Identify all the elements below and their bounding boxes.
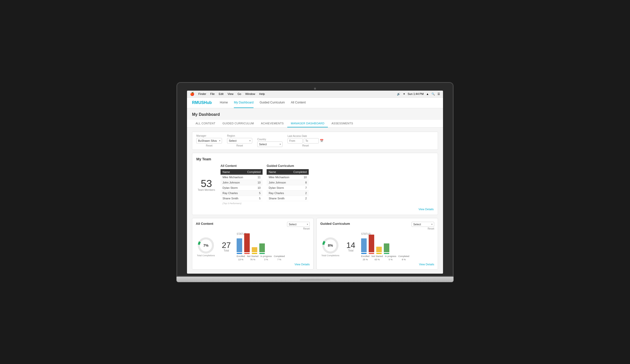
nav-guided-curriculum[interactable]: Guided Curriculum [260,98,285,108]
nav-my-dashboard[interactable]: My Dashboard [234,98,254,108]
all-content-chart-body: 7% Total Completions 27 Total [196,233,310,261]
gc-bar-label-enrolled: Enrolled 25 % [361,255,369,261]
date-reset[interactable]: Reset [288,144,324,147]
team-content: 53 Team Members All Content [196,164,434,206]
menu-window[interactable]: Window [245,92,255,95]
logo-hub: Hub [204,100,212,105]
menu-go[interactable]: Go [238,92,241,95]
table-row: Ray Charles 2 [267,190,309,196]
manager-filter-group: Manager BuShawn Silva Reset [196,134,222,147]
all-content-bar-chart: STATUS: [237,233,310,261]
wifi-icon: ▲ [426,92,429,95]
from-date-input[interactable] [288,138,303,143]
manager-select[interactable]: BuShawn Silva [196,138,222,143]
country-filter-label: Country [257,138,282,141]
menubar-left: 🍎 Finder File Edit View Go Window Help [190,92,393,96]
table-row: Dylan Storm 7 [267,185,309,190]
country-select-wrapper: Select [257,141,282,147]
guided-curriculum-donut: 8% [322,237,339,254]
cell-name: Mike Michaelson [220,175,245,180]
guided-curriculum-view-details[interactable]: View Details [320,263,434,266]
tab-assessments[interactable]: ASSESSMENTS [328,120,357,127]
cell-completed: 11 [245,175,263,180]
logo-rmus: RMUS [192,100,204,105]
all-content-view-details[interactable]: View Details [196,263,310,266]
bar-enrolled-indicator [237,253,242,254]
all-content-completed-header: Completed [245,169,263,175]
apple-icon[interactable]: 🍎 [190,92,194,96]
all-content-table-section: All Content Name Completed [220,164,263,206]
gc-bar-completed [384,243,389,254]
last-access-label: Last Access Date [288,135,324,137]
webcam [314,88,316,90]
bar-label-completed: Completed 7 % [274,255,285,261]
tab-achievements[interactable]: ACHIEVEMENTS [258,120,287,127]
cell-completed: 7 [291,185,309,190]
my-team-title: My Team [196,157,434,161]
cell-name: John Johnson [220,180,245,185]
manager-reset[interactable]: Reset [196,144,222,147]
menu-view[interactable]: View [228,92,234,95]
table-row: Dylan Storm 10 [220,185,263,190]
region-filter-group: Region Select Reset [227,134,252,147]
nav-home[interactable]: Home [220,98,228,108]
cell-completed: 2 [291,190,309,196]
manager-filter-label: Manager [196,134,222,137]
tab-all-content[interactable]: ALL CONTENT [192,120,219,127]
cell-name: Mike Michaelson [267,175,291,180]
bar-not-started-indicator [244,253,250,254]
guided-curriculum-total-number: 14 [346,241,355,249]
gc-bar-enrolled-fill [361,238,367,252]
guided-curriculum-chart-select[interactable]: Select [412,222,434,227]
all-content-chart-title: All Content [196,222,213,226]
cell-name: Ray Charles [267,190,291,196]
cell-name: Dylan Storm [220,185,245,190]
laptop-base [176,277,454,282]
all-content-chart-card: All Content Select Reset [192,218,313,270]
bluetooth-icon: ✦ [403,92,405,96]
finder-label: Finder [198,92,206,95]
all-content-table: Name Completed Mike Michaelson 11 [220,169,263,201]
menu-edit[interactable]: Edit [219,92,224,95]
guided-curriculum-chart-reset[interactable]: Reset [428,227,434,230]
volume-icon: 🔊 [397,92,400,96]
gc-name-header: Name [267,169,291,175]
team-view-details[interactable]: View Details [196,208,434,211]
screen-bezel: 🍎 Finder File Edit View Go Window Help 🔊… [176,82,454,277]
all-content-donut-sub: Total Completions [197,254,215,257]
tab-guided-curriculum[interactable]: GUIDED CURRICULUM [219,120,258,127]
nav-all-content[interactable]: All Content [291,98,306,108]
top-performers-note: (Top 5 Performers) [220,201,263,206]
search-icon[interactable]: 🔍 [431,92,435,96]
guided-curriculum-total-label: Total [348,249,353,252]
all-content-chart-header: All Content Select Reset [196,222,310,230]
manager-select-wrapper: BuShawn Silva [196,138,222,143]
bar-not-started-fill [244,233,250,252]
bar-in-progress-indicator [252,253,257,254]
region-reset[interactable]: Reset [227,144,252,147]
tab-manager-dashboard[interactable]: MANAGER DASHBOARD [287,120,328,127]
table-row: Shane Smith 2 [267,196,309,201]
gc-bar-label-completed: Completed 8 % [398,255,410,261]
bar-label-enrolled: Enrolled 13 % [237,255,245,261]
all-content-chart-reset[interactable]: Reset [303,227,310,230]
laptop-frame: 🍎 Finder File Edit View Go Window Help 🔊… [176,82,454,282]
all-content-chart-select[interactable]: Select [287,222,310,227]
gc-bar-not-started-indicator [369,253,374,254]
gc-bar-labels: Enrolled 25 % Not Started 63 % [361,255,434,261]
bar-label-not-started: Not Started 76 % [247,255,259,261]
bar-enrolled-fill [237,238,242,252]
list-icon[interactable]: ☰ [437,92,440,96]
calendar-icon[interactable]: 📅 [320,139,324,142]
menu-file[interactable]: File [210,92,215,95]
clock: Sun 1:44 PM [408,92,424,95]
region-select[interactable]: Select [227,138,252,143]
last-access-filter-group: Last Access Date 📅 Reset [288,135,324,147]
country-select[interactable]: Select [257,141,282,147]
cell-completed: 8 [291,180,309,185]
to-date-input[interactable] [304,138,319,143]
menu-help[interactable]: Help [259,92,265,95]
all-content-total-label: Total [224,249,229,252]
region-select-wrapper: Select [227,138,252,143]
guided-curriculum-chart-title: Guided Curriculum [320,222,350,226]
